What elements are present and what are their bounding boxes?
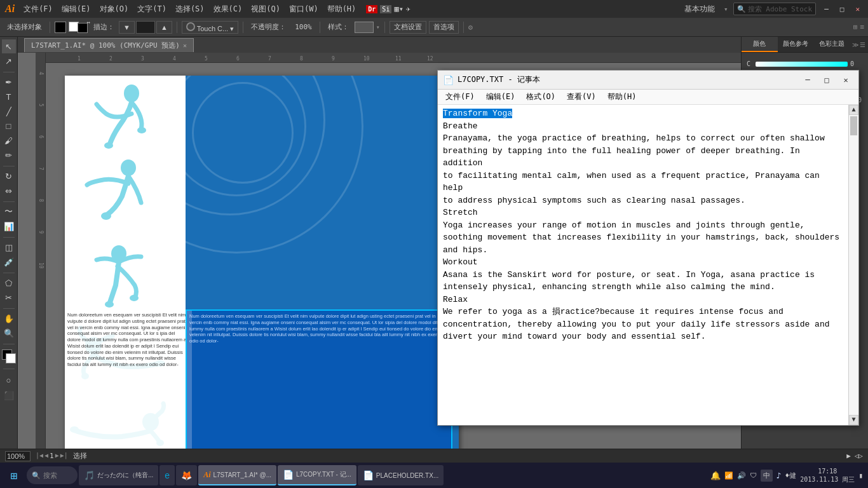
color-swatches[interactable] <box>2 349 16 363</box>
np-menu-edit[interactable]: 编辑(E) <box>481 90 520 104</box>
menu-object[interactable]: 对象(O) <box>96 3 133 16</box>
stroke-value[interactable] <box>136 21 155 34</box>
preferences-button[interactable]: 首选项 <box>429 21 459 34</box>
selection-label: 未选择对象 <box>4 21 45 33</box>
next-page-btn[interactable]: ▶ <box>55 452 59 460</box>
start-button[interactable]: ⊞ <box>3 464 25 487</box>
toolbar-options[interactable]: ⚙ <box>468 23 473 32</box>
ai-taskbar-icon: Ai <box>203 470 210 480</box>
notepad-content-area: Transform Yoga Breathe Pranayama, the yo… <box>438 105 858 425</box>
warp-tool[interactable]: 〜 <box>2 205 16 219</box>
c-slider[interactable] <box>756 62 848 67</box>
scrollbar-down[interactable]: ▼ <box>849 415 858 425</box>
antivirus-icon[interactable]: 🛡 <box>750 471 757 480</box>
taskbar-ai-label: L7START_1.AI* @... <box>213 471 271 478</box>
panel-menu[interactable]: ☰ <box>860 41 865 48</box>
tab-close-button[interactable]: ✕ <box>183 42 187 49</box>
color-tab[interactable]: 颜色 <box>742 37 778 52</box>
notepad-restore[interactable]: □ <box>819 72 834 88</box>
menu-window[interactable]: 窗口(W) <box>285 3 322 16</box>
menu-file[interactable]: 文件(F) <box>20 3 57 16</box>
wifi-icon[interactable]: 📶 <box>724 471 733 480</box>
first-page-btn[interactable]: |◀ <box>36 452 43 460</box>
np-menu-help[interactable]: 帮助(H) <box>602 90 642 104</box>
color-ref-tab[interactable]: 颜色参考 <box>778 37 814 52</box>
show-desktop[interactable]: ▮ <box>858 471 863 480</box>
rotate-tool[interactable]: ↻ <box>2 169 16 183</box>
left-text-box[interactable]: Num doloreetum ven esequam ver suscipist… <box>65 309 192 463</box>
color-theme-tab[interactable]: 色彩主题 <box>813 37 850 52</box>
scrollbar-thumb[interactable] <box>850 116 857 135</box>
close-button[interactable]: ✕ <box>852 4 863 15</box>
last-page-btn[interactable]: ▶| <box>60 452 68 460</box>
menu-help[interactable]: 帮助(H) <box>323 3 360 16</box>
document-tab[interactable]: L7START_1.AI* @ 100% (CMYK/GPU 预选) ✕ <box>24 38 194 52</box>
pen-tool[interactable]: ✒ <box>2 75 16 89</box>
touch-type[interactable]: Touch C... ▾ <box>182 21 238 34</box>
np-menu-file[interactable]: 文件(F) <box>440 90 480 104</box>
menu-edit[interactable]: 编辑(E) <box>58 3 95 16</box>
zoom-tool[interactable]: 🔍 <box>2 326 16 340</box>
more-options-icon[interactable]: ≡ <box>860 23 864 31</box>
paintbrush-tool[interactable]: 🖌 <box>2 133 16 147</box>
menu-view[interactable]: 视图(Q) <box>247 3 284 16</box>
zoom-input[interactable] <box>5 451 31 461</box>
scrollbar-up[interactable]: ▲ <box>849 105 858 115</box>
stroke-increase[interactable]: ▲ <box>156 21 172 34</box>
direct-selection-tool[interactable]: ↗ <box>2 54 16 68</box>
line-tool[interactable]: ╱ <box>2 104 16 118</box>
np-menu-view[interactable]: 查看(V) <box>562 90 601 104</box>
blue-text-box[interactable]: Num doloreetum ven esequam ver suscipist… <box>186 309 452 463</box>
ai-logo: Ai <box>5 3 15 15</box>
notepad-taskbar-icon: 📄 <box>283 470 294 480</box>
hand-tool[interactable]: ✋ <box>2 311 16 325</box>
taskbar-ime-icon[interactable]: 中 <box>761 470 773 482</box>
taskbar-ai[interactable]: Ai L7START_1.AI* @... <box>198 465 276 485</box>
prev-page-btn[interactable]: ◀ <box>44 452 48 460</box>
clock[interactable]: 17:18 2013.11.13 周三 <box>800 467 855 484</box>
gradient-tool[interactable]: ◫ <box>2 240 16 254</box>
scissors-tool[interactable]: ✂ <box>2 290 16 304</box>
taskbar-music[interactable]: 🎵 だったのに（纯音... <box>79 465 158 485</box>
stroke-decrease[interactable]: ▼ <box>119 21 135 34</box>
style-swatch[interactable] <box>355 22 374 33</box>
pencil-tool[interactable]: ✏ <box>2 148 16 162</box>
taskbar-ie[interactable]: e <box>159 465 175 485</box>
fill-swatch[interactable] <box>55 22 66 33</box>
type-tool[interactable]: T <box>2 90 16 104</box>
blend-tool[interactable]: ⬠ <box>2 276 16 290</box>
menu-effect[interactable]: 效果(C) <box>210 3 247 16</box>
background-color[interactable] <box>6 353 16 363</box>
arrange-icon[interactable]: ⊞ <box>853 23 858 31</box>
menu-text[interactable]: 文字(T) <box>133 3 170 16</box>
minimize-button[interactable]: ─ <box>821 4 832 15</box>
menu-select[interactable]: 选择(S) <box>172 3 208 16</box>
restore-button[interactable]: □ <box>837 4 848 15</box>
selection-tool[interactable]: ↖ <box>2 39 16 53</box>
artboard[interactable]: Num doloreetum ven esequam ver suscipist… <box>65 76 459 463</box>
reflect-tool[interactable]: ⇔ <box>2 184 16 198</box>
volume-icon[interactable]: 🔊 <box>737 471 746 480</box>
shape-tool[interactable]: □ <box>2 119 16 133</box>
notepad-close[interactable]: ✕ <box>838 72 853 88</box>
document-settings[interactable]: 文档设置 <box>390 21 426 34</box>
eyedropper-tool[interactable]: 💉 <box>2 255 16 269</box>
taskbar-search[interactable]: 🔍 搜索 <box>27 466 78 484</box>
panel-expand[interactable]: ≫ <box>852 41 858 48</box>
drawing-mode[interactable]: ○ <box>2 373 16 387</box>
taskbar-placeholder[interactable]: 📄 PLACEHOLDER.TX... <box>358 465 444 485</box>
workspace-selector[interactable]: 基本功能 <box>681 3 719 16</box>
notepad-text-area[interactable]: Transform Yoga Breathe Pranayama, the yo… <box>438 105 848 425</box>
notepad-minimize[interactable]: ─ <box>800 72 815 88</box>
taskbar-firefox[interactable]: 🦊 <box>176 465 197 485</box>
tab-label: L7START_1.AI* @ 100% (CMYK/GPU 预选) <box>31 41 180 50</box>
screen-mode[interactable]: ⬛ <box>2 388 16 402</box>
notification-icon[interactable]: 🔔 <box>710 471 721 480</box>
column-graph-tool[interactable]: 📊 <box>2 219 16 233</box>
taskbar-notepad[interactable]: 📄 L7COPY.TXT - 记... <box>278 465 356 485</box>
svg-text:5: 5 <box>38 104 44 107</box>
np-menu-format[interactable]: 格式(O) <box>521 90 560 104</box>
svg-text:3: 3 <box>141 56 144 62</box>
zoom-control <box>5 451 31 461</box>
scrollbar-track[interactable] <box>849 115 858 415</box>
